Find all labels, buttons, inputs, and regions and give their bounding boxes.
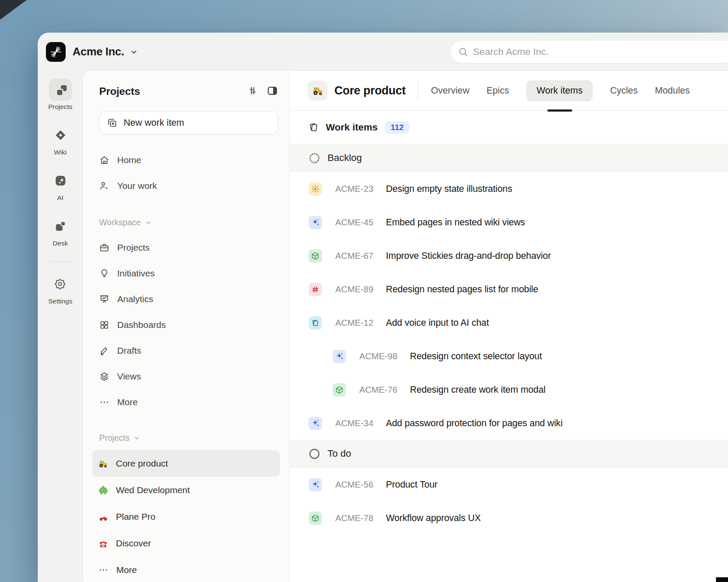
work-item-title: Design empty state illustrations (386, 184, 512, 194)
work-item-id: ACME-89 (335, 284, 386, 294)
tab-modules[interactable]: Modules (655, 85, 690, 96)
rail-item-label: Settings (48, 297, 72, 305)
search-bar[interactable] (451, 41, 728, 63)
workspace-item-initiatives[interactable]: Initiatives (99, 261, 278, 286)
tractor-icon (98, 459, 108, 469)
sidebar-item-label: Your work (117, 181, 157, 191)
briefcase-icon (99, 242, 109, 253)
workspace-item-more[interactable]: More (99, 389, 278, 415)
work-item-row[interactable]: ACME-34Add password protection for pages… (290, 406, 728, 440)
work-item-id: ACME-67 (335, 251, 386, 261)
rail-item-projects[interactable]: Projects (49, 79, 73, 111)
projects-items: Core productWed DevelopmentPlane ProDisc… (99, 450, 278, 582)
group-name: Backlog (328, 152, 362, 164)
project-item-core-product[interactable]: Core product (92, 450, 280, 477)
rail-item-ai[interactable]: AI (49, 170, 72, 202)
rail-item-settings[interactable]: Settings (48, 273, 72, 305)
work-item-row[interactable]: ACME-56Product Tour (290, 468, 728, 501)
rail-divider (49, 261, 72, 262)
work-item-id: ACME-76 (359, 385, 410, 395)
new-work-item-button[interactable]: New work item (99, 111, 278, 134)
work-item-row[interactable]: ACME-98Redesign context selector layout (290, 340, 728, 373)
work-item-id: ACME-12 (335, 318, 386, 328)
group-name: To do (328, 448, 351, 459)
search-input[interactable] (473, 46, 728, 58)
tab-cycles[interactable]: Cycles (610, 85, 638, 96)
project-item-label: More (116, 565, 137, 575)
work-item-id: ACME-56 (335, 479, 386, 490)
workspace-section-header[interactable]: Workspace (99, 210, 278, 235)
projects-section-header[interactable]: Projects (99, 425, 278, 450)
window-header: Acme Inc. (38, 33, 728, 71)
workspace-item-drafts[interactable]: Drafts (99, 338, 278, 364)
sidebar: Projects New work item (83, 71, 290, 582)
work-items-bar: Work items 112 (290, 111, 728, 144)
rail-item-wiki[interactable]: Wiki (49, 124, 72, 156)
pen-icon (99, 346, 109, 356)
ellipsis-icon (98, 565, 109, 575)
work-item-title: Add password protection for pages and wi… (386, 418, 563, 429)
workspace-item-label: Initiatives (117, 268, 155, 279)
project-item-wed-development[interactable]: Wed Development (92, 477, 280, 503)
filters-icon[interactable] (247, 85, 258, 98)
org-logo[interactable] (46, 42, 66, 62)
workspace-item-label: Analytics (117, 294, 153, 304)
type-hash-icon (309, 283, 322, 296)
rail-item-desk[interactable]: Desk (49, 215, 72, 247)
work-item-row[interactable]: ACME-76Redesign create work item modal (290, 373, 728, 406)
work-item-row[interactable]: ACME-45Embed pages in nested wiki views (290, 206, 728, 239)
workspace-item-analytics[interactable]: Analytics (99, 286, 278, 312)
racecar-icon (98, 512, 108, 522)
workspace-items: ProjectsInitiativesAnalyticsDashboardsDr… (99, 235, 278, 415)
work-items-label: Work items (326, 122, 378, 133)
work-item-title: Redesign create work item modal (410, 385, 546, 395)
workspace-item-dashboards[interactable]: Dashboards (99, 312, 278, 338)
grid-icon (99, 320, 109, 330)
group-header-backlog[interactable]: Backlog (290, 144, 728, 172)
work-items-count-badge: 112 (385, 121, 410, 134)
type-sparkles-icon (309, 417, 322, 430)
rail-item-label: AI (57, 194, 64, 202)
project-emoji[interactable] (308, 81, 328, 100)
type-cube-icon (333, 383, 346, 397)
chevron-down-icon[interactable] (129, 47, 139, 57)
work-item-row[interactable]: ACME-12Add voice input to AI chat (290, 306, 728, 340)
type-sparkles-icon (333, 350, 346, 363)
work-item-groups: BacklogACME-23Design empty state illustr… (290, 144, 728, 535)
layers-icon (99, 371, 109, 382)
work-item-id: ACME-23 (335, 184, 386, 194)
workspace-item-projects[interactable]: Projects (99, 235, 278, 261)
workspace-item-label: Dashboards (117, 320, 166, 330)
work-item-id: ACME-98 (359, 351, 410, 361)
tab-work-items[interactable]: Work items (526, 80, 593, 101)
project-header: Core product OverviewEpicsWork itemsCycl… (290, 71, 728, 111)
workspace-item-views[interactable]: Views (99, 364, 278, 389)
project-item-label: Core product (116, 458, 168, 469)
chevron-down-icon (133, 434, 140, 442)
rail-item-label: Desk (53, 239, 68, 247)
sidebar-item-home[interactable]: Home (99, 147, 278, 173)
tab-overview[interactable]: Overview (431, 85, 470, 96)
org-name[interactable]: Acme Inc. (73, 45, 124, 58)
project-item-discover[interactable]: Discover (92, 530, 280, 557)
app-window: Acme Inc. ProjectsWikiAIDeskSettings Pro… (38, 33, 728, 582)
presentation-icon (99, 294, 109, 304)
work-item-row[interactable]: ACME-89Redesign nested pages list for mo… (290, 273, 728, 306)
work-item-row[interactable]: ACME-78Workflow approvals UX (290, 501, 728, 535)
project-item-more[interactable]: More (92, 557, 280, 582)
sidebar-item-your-work[interactable]: Your work (99, 173, 278, 199)
telephone-icon (98, 539, 108, 549)
toggle-sidebar-icon[interactable] (267, 85, 278, 98)
workspace-item-label: Drafts (117, 346, 141, 356)
group-header-to-do[interactable]: To do (290, 440, 728, 468)
work-item-row[interactable]: ACME-67Improve Stickies drag-and-drop be… (290, 239, 728, 273)
rail-desk-icon (49, 215, 72, 237)
tab-epics[interactable]: Epics (487, 85, 510, 96)
header-divider (418, 81, 418, 100)
project-item-plane-pro[interactable]: Plane Pro (92, 503, 280, 530)
project-tabs: OverviewEpicsWork itemsCyclesModules (431, 80, 690, 101)
work-item-row[interactable]: ACME-23Design empty state illustrations (290, 172, 728, 206)
sidebar-title: Projects (99, 85, 140, 97)
rail-item-label: Projects (49, 103, 73, 111)
work-item-title: Add voice input to AI chat (386, 318, 489, 328)
